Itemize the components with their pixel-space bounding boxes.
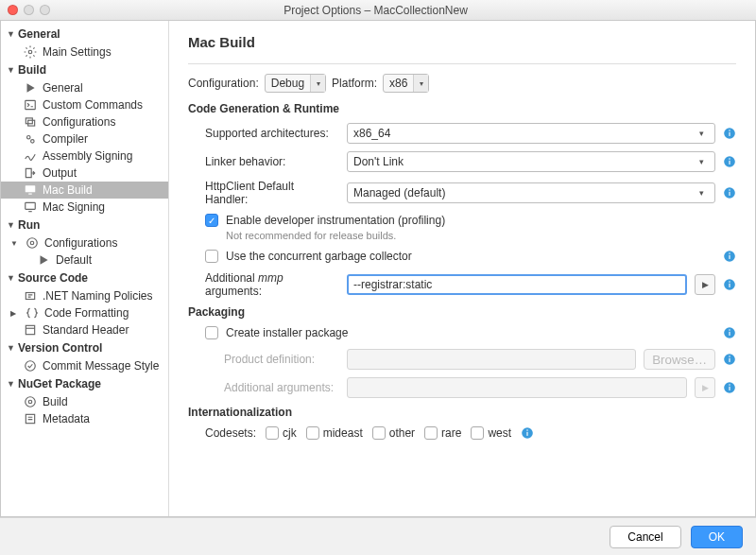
section-packaging-title: Packaging: [188, 305, 736, 319]
sidebar-item-standard-header[interactable]: Standard Header: [1, 321, 168, 338]
sidebar-group-build[interactable]: ▼Build: [1, 61, 168, 79]
page-title: Mac Build: [188, 34, 736, 50]
arch-label: Supported architectures:: [188, 127, 339, 140]
layers-icon: [24, 115, 37, 129]
profiling-sublabel: Not recommended for release builds.: [226, 229, 445, 242]
product-def-label: Product definition:: [188, 353, 339, 366]
info-icon[interactable]: [723, 250, 736, 263]
svg-rect-33: [729, 332, 730, 336]
sidebar-group-source-code[interactable]: ▼Source Code: [1, 269, 168, 287]
sidebar-item-code-formatting[interactable]: ▶Code Formatting: [1, 304, 168, 321]
chevron-down-icon: ▾: [694, 129, 709, 138]
linker-label: Linker behavior:: [188, 155, 339, 168]
httpclient-label: HttpClient Default Handler:: [188, 180, 339, 206]
sidebar-item-compiler[interactable]: Compiler: [1, 130, 168, 147]
sidebar-group-nuget[interactable]: ▼NuGet Package: [1, 374, 168, 393]
sidebar-group-run[interactable]: ▼Run: [1, 216, 168, 234]
sidebar-item-main-settings[interactable]: Main Settings: [1, 43, 168, 61]
svg-rect-1: [26, 100, 36, 109]
info-icon[interactable]: [521, 426, 534, 440]
section-codegen-title: Code Generation & Runtime: [188, 102, 736, 115]
gear-icon: [24, 395, 37, 408]
sidebar: ▼General Main Settings ▼Build General Cu…: [1, 21, 169, 516]
svg-rect-12: [26, 325, 34, 334]
sidebar-item-custom-commands[interactable]: Custom Commands: [1, 96, 168, 113]
chevron-down-icon: ▾: [310, 75, 325, 92]
zoom-window-button[interactable]: [40, 5, 50, 15]
mmp-input[interactable]: --registrar:static: [347, 274, 687, 295]
svg-rect-24: [729, 192, 730, 196]
svg-point-10: [27, 238, 38, 249]
codeset-cjk-checkbox[interactable]: [266, 426, 279, 440]
info-icon[interactable]: [723, 326, 736, 339]
info-icon[interactable]: [723, 353, 736, 366]
gear-icon: [26, 236, 39, 250]
minimize-window-button[interactable]: [24, 5, 34, 15]
svg-point-31: [729, 282, 730, 284]
mmp-play-button[interactable]: ▶: [695, 274, 715, 295]
profiling-checkbox[interactable]: ✓: [205, 214, 218, 227]
info-icon[interactable]: [723, 155, 736, 168]
svg-point-37: [729, 356, 730, 357]
terminal-icon: [24, 98, 37, 112]
codeset-west-checkbox[interactable]: [471, 426, 484, 440]
cancel-button[interactable]: Cancel: [610, 526, 680, 548]
bottom-bar: Cancel OK: [0, 517, 756, 555]
braces-icon: [26, 306, 39, 320]
sidebar-item-configurations[interactable]: Configurations: [1, 113, 168, 130]
configuration-select[interactable]: Debug▾: [265, 74, 326, 93]
sidebar-group-version-control[interactable]: ▼Version Control: [1, 338, 168, 357]
ok-button[interactable]: OK: [691, 526, 743, 548]
svg-point-14: [28, 400, 32, 404]
info-icon[interactable]: [723, 278, 736, 291]
create-package-checkbox[interactable]: [205, 326, 218, 339]
sidebar-item-nuget-build[interactable]: Build: [1, 393, 168, 410]
titlebar: Project Options – MacCollectionNew: [0, 0, 756, 21]
tag-icon: [24, 289, 37, 303]
sidebar-item-mac-build[interactable]: Mac Build: [1, 182, 168, 199]
add-args-label: Additional arguments:: [188, 381, 339, 394]
chevron-down-icon: ▾: [694, 188, 709, 198]
svg-point-40: [729, 384, 730, 386]
sidebar-item-naming-policies[interactable]: .NET Naming Policies: [1, 287, 168, 304]
metadata-icon: [24, 412, 37, 425]
chevron-down-icon: ▾: [413, 75, 428, 92]
httpclient-select[interactable]: Managed (default)▾: [347, 182, 715, 203]
sidebar-group-general[interactable]: ▼General: [1, 25, 168, 43]
info-icon[interactable]: [723, 186, 736, 199]
platform-select[interactable]: x86▾: [383, 74, 429, 93]
sidebar-item-build-general[interactable]: General: [1, 79, 168, 96]
svg-rect-3: [28, 120, 35, 126]
linker-select[interactable]: Don't Link▾: [347, 151, 715, 172]
svg-point-19: [729, 130, 730, 131]
svg-point-22: [729, 158, 730, 160]
content-panel: Mac Build Configuration: Debug▾ Platform…: [169, 21, 755, 516]
gc-checkbox[interactable]: [205, 250, 218, 263]
sidebar-item-mac-signing[interactable]: Mac Signing: [1, 199, 168, 216]
codeset-mideast-checkbox[interactable]: [306, 426, 319, 440]
svg-point-13: [26, 361, 36, 372]
svg-rect-36: [729, 358, 730, 362]
signature-icon: [24, 149, 37, 163]
svg-rect-30: [729, 284, 730, 287]
platform-label: Platform:: [332, 77, 377, 90]
monitor-icon: [24, 200, 37, 214]
info-icon[interactable]: [723, 381, 736, 394]
mmp-label: Additional mmp arguments:: [188, 271, 339, 298]
output-icon: [24, 166, 37, 180]
codeset-other-checkbox[interactable]: [372, 426, 386, 440]
sidebar-item-output[interactable]: Output: [1, 165, 168, 182]
info-icon[interactable]: [723, 127, 736, 140]
sidebar-item-run-default[interactable]: Default: [1, 251, 168, 269]
configuration-label: Configuration:: [188, 77, 259, 90]
arch-select[interactable]: x86_64▾: [347, 123, 715, 144]
check-circle-icon: [24, 359, 37, 373]
svg-rect-6: [26, 185, 36, 192]
svg-point-28: [729, 252, 730, 254]
codeset-rare-checkbox[interactable]: [424, 426, 438, 440]
sidebar-item-nuget-metadata[interactable]: Metadata: [1, 410, 168, 427]
sidebar-item-run-configurations[interactable]: ▼Configurations: [1, 234, 168, 251]
sidebar-item-assembly-signing[interactable]: Assembly Signing: [1, 147, 168, 165]
sidebar-item-commit-style[interactable]: Commit Message Style: [1, 357, 168, 374]
close-window-button[interactable]: [8, 5, 18, 15]
